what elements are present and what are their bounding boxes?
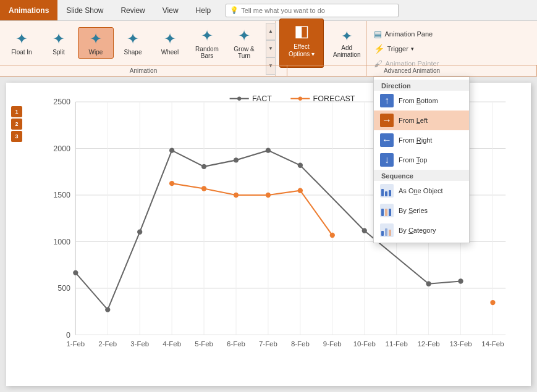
from-left-icon: → — [380, 114, 394, 127]
svg-point-52 — [201, 186, 206, 191]
svg-text:7-Feb: 7-Feb — [259, 340, 277, 348]
shape-icon: ✦ — [127, 30, 139, 48]
svg-point-53 — [234, 193, 239, 198]
svg-text:3-Feb: 3-Feb — [130, 340, 149, 348]
svg-text:6-Feb: 6-Feb — [227, 340, 245, 348]
by-series-icon — [380, 204, 394, 217]
sequence-header: Sequence — [374, 170, 469, 181]
grow-turn-icon: ✦ — [238, 27, 250, 44]
effect-options-button[interactable]: ◧ EffectOptions ▾ — [279, 19, 324, 68]
svg-point-49 — [426, 281, 431, 286]
svg-point-48 — [362, 228, 367, 233]
svg-point-45 — [234, 157, 239, 162]
effect-options-dropdown: Direction ↑ From Bottom → From Left ← Fr… — [373, 77, 470, 243]
random-bars-icon: ✦ — [201, 27, 213, 44]
svg-text:0: 0 — [66, 331, 70, 340]
svg-point-54 — [266, 193, 271, 198]
svg-point-57 — [490, 300, 495, 305]
svg-point-40 — [73, 270, 78, 275]
anim-wheel[interactable]: ✦ Wheel — [152, 27, 188, 59]
sequence-badge-1: 1 — [11, 106, 22, 117]
anim-grow-turn[interactable]: ✦ Grow & Turn — [226, 24, 262, 62]
svg-point-47 — [298, 163, 303, 168]
animation-pane-button[interactable]: ▤ Animation Pane — [371, 28, 441, 40]
add-animation-icon: ✦ — [341, 28, 352, 44]
svg-point-43 — [169, 148, 174, 152]
ribbon-section-labels: Animation Advanced Animation — [0, 65, 537, 76]
svg-text:1-Feb: 1-Feb — [66, 340, 85, 348]
anim-float-in[interactable]: ✦ Float In — [4, 27, 40, 59]
svg-point-44 — [201, 164, 206, 169]
svg-text:2000: 2000 — [53, 144, 70, 153]
wheel-icon: ✦ — [164, 30, 176, 48]
split-icon: ✦ — [53, 30, 65, 48]
search-icon: 💡 — [230, 6, 239, 14]
wipe-icon: ✦ — [90, 30, 102, 48]
svg-text:FORECAST: FORECAST — [313, 94, 355, 103]
svg-text:2-Feb: 2-Feb — [98, 340, 117, 348]
svg-point-59 — [237, 97, 241, 101]
tab-review[interactable]: Review — [112, 0, 153, 20]
anim-shape[interactable]: ✦ Shape — [115, 27, 151, 59]
svg-text:9-Feb: 9-Feb — [323, 340, 342, 348]
direction-from-left[interactable]: → From Left — [374, 111, 469, 130]
direction-from-bottom[interactable]: ↑ From Bottom — [374, 91, 469, 111]
svg-text:11-Feb: 11-Feb — [386, 340, 408, 348]
svg-point-50 — [458, 278, 463, 283]
scroll-down-button[interactable]: ▼ — [266, 40, 276, 57]
sequence-by-series[interactable]: By Series — [374, 201, 469, 220]
advanced-section-label: Advanced Animation — [287, 65, 537, 76]
svg-text:12-Feb: 12-Feb — [418, 340, 440, 348]
animation-pane-icon: ▤ — [374, 29, 382, 39]
anim-split[interactable]: ✦ Split — [41, 27, 77, 59]
menu-bar: Animations Slide Show Review View Help 💡 — [0, 0, 537, 21]
sequence-as-one-object[interactable]: As One Object — [374, 181, 469, 201]
from-bottom-icon: ↑ — [380, 94, 394, 107]
svg-text:FACT: FACT — [252, 94, 272, 103]
sequence-by-category[interactable]: By Category — [374, 220, 469, 240]
svg-text:500: 500 — [57, 284, 70, 293]
svg-point-62 — [298, 97, 302, 101]
search-box[interactable]: 💡 — [226, 4, 399, 17]
svg-text:10-Feb: 10-Feb — [353, 340, 376, 348]
svg-text:1000: 1000 — [53, 238, 70, 246]
direction-header: Direction — [374, 80, 469, 91]
svg-point-51 — [169, 181, 174, 186]
direction-from-top[interactable]: ↓ From Top — [374, 150, 469, 170]
tab-animations[interactable]: Animations — [0, 0, 57, 20]
svg-text:4-Feb: 4-Feb — [163, 340, 181, 348]
svg-text:5-Feb: 5-Feb — [195, 340, 213, 348]
svg-point-42 — [137, 230, 142, 235]
ribbon: ✦ Float In ✦ Split ✦ Wipe ✦ Shape ✦ Whee… — [0, 21, 537, 77]
svg-text:14-Feb: 14-Feb — [481, 340, 504, 348]
animation-section-label: Animation — [0, 65, 287, 76]
direction-from-right[interactable]: ← From Right — [374, 130, 469, 150]
svg-text:13-Feb: 13-Feb — [449, 340, 471, 348]
from-top-icon: ↓ — [380, 153, 394, 167]
anim-random-bars[interactable]: ✦ Random Bars — [189, 24, 225, 62]
tab-help[interactable]: Help — [187, 0, 220, 20]
from-right-icon: ← — [380, 133, 394, 147]
anim-wipe[interactable]: ✦ Wipe — [78, 27, 114, 59]
svg-point-56 — [330, 233, 335, 238]
trigger-icon: ⚡ — [374, 44, 384, 54]
svg-point-46 — [266, 148, 271, 152]
by-category-icon — [380, 223, 394, 237]
svg-text:2500: 2500 — [53, 98, 70, 106]
sequence-badge-2: 2 — [11, 119, 22, 130]
svg-text:8-Feb: 8-Feb — [291, 340, 310, 348]
as-one-object-icon — [380, 184, 394, 198]
svg-point-41 — [105, 307, 110, 312]
tab-slideshow[interactable]: Slide Show — [57, 0, 112, 20]
effect-options-icon: ◧ — [294, 22, 310, 41]
scroll-up-button[interactable]: ▲ — [266, 23, 276, 40]
svg-text:1500: 1500 — [53, 191, 70, 199]
trigger-button[interactable]: ⚡ Trigger ▾ — [371, 43, 441, 55]
tab-view[interactable]: View — [154, 0, 187, 20]
svg-point-55 — [298, 188, 303, 193]
sequence-badge-3: 3 — [11, 131, 22, 142]
forecast-line-1 — [172, 183, 332, 235]
search-input[interactable] — [241, 7, 394, 14]
add-animation-button[interactable]: ✦ AddAnimation — [330, 25, 363, 61]
float-in-icon: ✦ — [15, 30, 28, 48]
